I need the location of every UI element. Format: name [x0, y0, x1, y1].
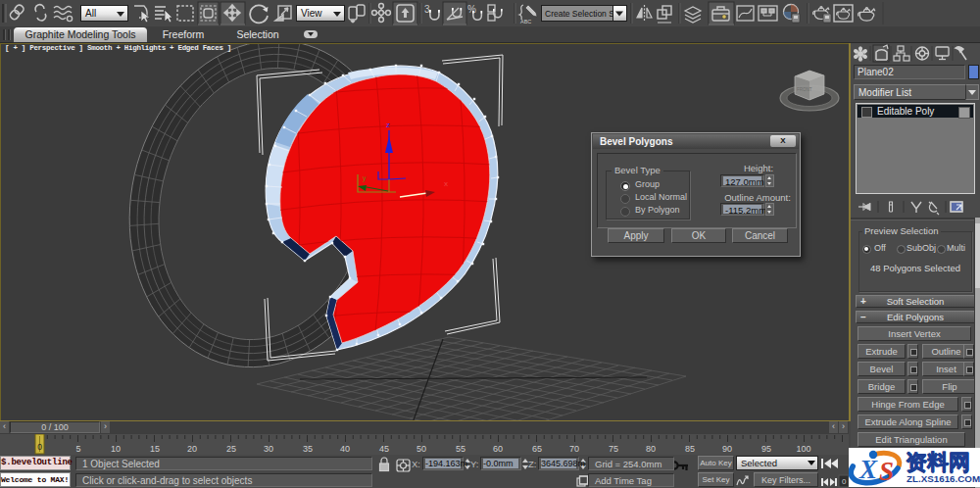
svg-text:55: 55	[456, 444, 466, 454]
svg-text:X: X	[858, 455, 878, 484]
svg-text:50: 50	[416, 444, 426, 454]
svg-text:70: 70	[569, 444, 579, 454]
svg-text:View: View	[301, 8, 322, 19]
svg-text:y: y	[363, 174, 367, 182]
svg-text:95: 95	[761, 444, 771, 454]
svg-text:30: 30	[264, 444, 273, 454]
svg-text:35: 35	[303, 444, 313, 454]
svg-text:FRONT: FRONT	[797, 87, 812, 92]
svg-text:80: 80	[646, 444, 656, 454]
svg-text:90: 90	[722, 444, 732, 454]
svg-text:85: 85	[685, 444, 695, 454]
svg-text:25: 25	[226, 444, 236, 454]
svg-text:100: 100	[796, 444, 810, 454]
svg-text:40: 40	[340, 444, 350, 454]
svg-text:Create Selection Se: Create Selection Se	[545, 9, 619, 19]
svg-text:20: 20	[187, 444, 197, 454]
svg-text:45: 45	[379, 444, 389, 454]
svg-text:10: 10	[111, 444, 121, 454]
svg-text:75: 75	[609, 444, 618, 454]
svg-text:65: 65	[532, 444, 542, 454]
svg-text:0: 0	[37, 442, 42, 452]
svg-text:5: 5	[75, 444, 80, 454]
svg-text:15: 15	[150, 444, 160, 454]
svg-text:z: z	[386, 121, 390, 129]
svg-text:x: x	[444, 179, 448, 188]
svg-text:ABC: ABC	[520, 19, 531, 24]
svg-text:%: %	[467, 4, 476, 15]
svg-text:S: S	[879, 457, 894, 486]
svg-text:60: 60	[493, 444, 503, 454]
svg-text:All: All	[85, 8, 96, 19]
svg-text:0: 0	[842, 477, 847, 486]
